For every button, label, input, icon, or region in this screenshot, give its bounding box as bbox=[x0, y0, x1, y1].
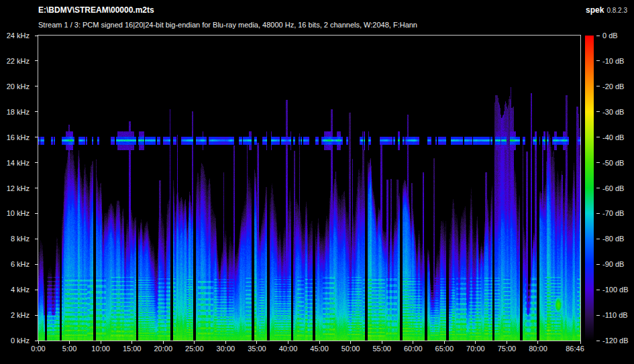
x-tick-label: 75:00 bbox=[498, 345, 517, 353]
y-tick-label: 8 kHz bbox=[0, 235, 30, 243]
db-gradient-bar bbox=[585, 36, 594, 341]
y-tick-mark bbox=[35, 264, 38, 265]
db-tick-mark bbox=[596, 213, 600, 214]
x-tick-mark bbox=[69, 341, 70, 344]
db-tick-mark bbox=[596, 315, 600, 316]
y-tick-label: 4 kHz bbox=[0, 286, 30, 294]
app-name: spek bbox=[586, 5, 604, 15]
y-tick-mark bbox=[35, 188, 38, 188]
x-tick-mark bbox=[444, 341, 445, 344]
x-tick-mark bbox=[413, 341, 413, 344]
x-tick-label: 5:00 bbox=[62, 345, 76, 353]
x-tick-mark bbox=[350, 341, 351, 344]
y-tick-mark bbox=[35, 162, 38, 163]
x-tick-mark bbox=[163, 341, 164, 344]
x-tick-label: 65:00 bbox=[435, 345, 454, 353]
x-tick-mark bbox=[256, 341, 257, 344]
y-tick-label: 24 kHz bbox=[0, 32, 30, 40]
y-tick-label: 16 kHz bbox=[0, 133, 30, 141]
db-tick-mark bbox=[596, 111, 600, 112]
x-tick-label: 40:00 bbox=[279, 345, 298, 353]
db-tick-mark bbox=[596, 264, 600, 265]
y-tick-label: 20 kHz bbox=[0, 82, 30, 90]
x-tick-mark bbox=[537, 341, 538, 344]
x-tick-label: 80:00 bbox=[529, 345, 547, 353]
db-tick-mark bbox=[596, 239, 600, 239]
x-tick-label: 35:00 bbox=[248, 345, 266, 353]
x-tick-mark bbox=[38, 341, 39, 344]
db-tick-label: -100 dB bbox=[602, 286, 629, 294]
x-tick-label: 55:00 bbox=[372, 345, 391, 353]
y-tick-label: 22 kHz bbox=[0, 57, 30, 65]
y-tick-mark bbox=[35, 111, 38, 112]
y-tick-label: 18 kHz bbox=[0, 108, 30, 116]
db-tick-label: -90 dB bbox=[602, 260, 624, 268]
db-tick-mark bbox=[596, 36, 600, 36]
y-tick-mark bbox=[35, 36, 38, 36]
spek-window: E:\BDMV\STREAM\00000.m2ts spek0.8.2.3 St… bbox=[0, 0, 634, 364]
y-tick-label: 10 kHz bbox=[0, 209, 30, 217]
spectrogram-canvas bbox=[38, 36, 580, 341]
db-tick-mark bbox=[596, 60, 600, 61]
x-tick-mark bbox=[288, 341, 288, 344]
x-tick-mark bbox=[475, 341, 476, 344]
stream-description: Stream 1 / 3: PCM signed 16|20|24-bit bi… bbox=[38, 21, 417, 29]
x-tick-label: 70:00 bbox=[466, 345, 485, 353]
y-tick-label: 12 kHz bbox=[0, 184, 30, 192]
x-tick-label: 30:00 bbox=[217, 345, 235, 353]
y-tick-mark bbox=[35, 60, 38, 61]
x-tick-mark bbox=[319, 341, 320, 344]
db-tick-mark bbox=[596, 137, 600, 137]
x-tick-label: 45:00 bbox=[310, 345, 329, 353]
db-tick-mark bbox=[596, 341, 600, 341]
y-tick-label: 6 kHz bbox=[0, 260, 30, 268]
db-tick-label: -110 dB bbox=[602, 311, 628, 319]
x-tick-mark bbox=[507, 341, 507, 344]
y-tick-mark bbox=[35, 137, 38, 137]
x-tick-mark bbox=[382, 341, 382, 344]
db-tick-label: 0 dB bbox=[602, 32, 618, 40]
y-tick-label: 2 kHz bbox=[0, 311, 30, 319]
db-tick-label: -30 dB bbox=[602, 108, 624, 116]
y-tick-mark bbox=[35, 213, 38, 214]
db-tick-label: -60 dB bbox=[602, 184, 624, 192]
y-tick-mark bbox=[35, 86, 38, 86]
y-tick-mark bbox=[35, 290, 38, 290]
spectrogram-plot bbox=[38, 35, 581, 341]
db-tick-mark bbox=[596, 188, 600, 188]
x-tick-mark bbox=[101, 341, 101, 344]
app-version: 0.8.2.3 bbox=[606, 7, 627, 14]
db-tick-label: -70 dB bbox=[602, 209, 624, 217]
x-tick-label: 60:00 bbox=[404, 345, 423, 353]
y-tick-label: 0 kHz bbox=[0, 337, 30, 345]
app-brand: spek0.8.2.3 bbox=[586, 5, 627, 15]
db-tick-label: -50 dB bbox=[602, 159, 624, 167]
file-path-title: E:\BDMV\STREAM\00000.m2ts bbox=[38, 5, 154, 15]
x-tick-label: 10:00 bbox=[91, 345, 110, 353]
x-tick-mark bbox=[580, 341, 581, 344]
db-tick-mark bbox=[596, 162, 600, 163]
x-tick-label: 86:46 bbox=[566, 345, 584, 353]
db-tick-label: -80 dB bbox=[602, 235, 624, 243]
db-tick-label: -20 dB bbox=[602, 82, 624, 90]
y-tick-label: 14 kHz bbox=[0, 159, 30, 167]
x-tick-label: 50:00 bbox=[341, 345, 360, 353]
db-tick-label: -120 dB bbox=[602, 337, 629, 345]
db-tick-label: -40 dB bbox=[602, 133, 624, 141]
db-tick-mark bbox=[596, 86, 600, 86]
x-tick-label: 15:00 bbox=[123, 345, 142, 353]
db-tick-label: -10 dB bbox=[602, 57, 624, 65]
y-tick-mark bbox=[35, 315, 38, 316]
x-tick-mark bbox=[194, 341, 195, 344]
x-tick-label: 20:00 bbox=[154, 345, 172, 353]
y-tick-mark bbox=[35, 239, 38, 239]
x-tick-label: 0:00 bbox=[31, 345, 45, 353]
x-tick-label: 25:00 bbox=[185, 345, 204, 353]
x-tick-mark bbox=[225, 341, 226, 344]
x-tick-mark bbox=[131, 341, 132, 344]
db-tick-mark bbox=[596, 290, 600, 290]
